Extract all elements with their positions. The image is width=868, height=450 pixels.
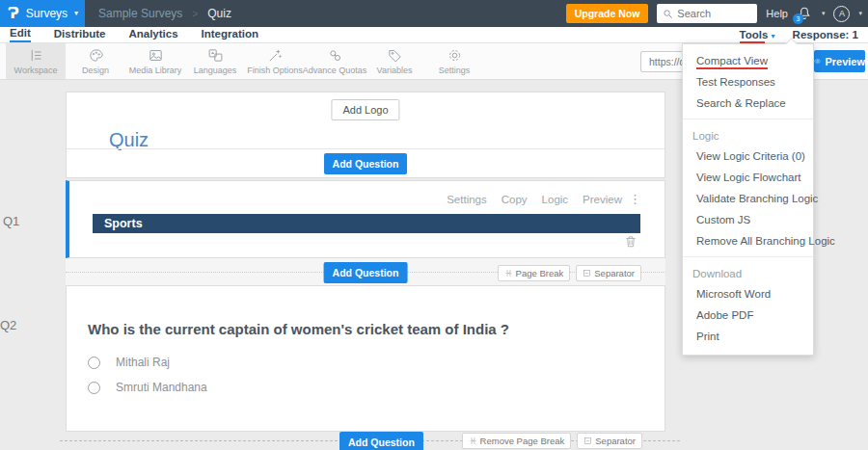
page-break-icon (469, 437, 477, 445)
separator-button[interactable]: Separator (576, 265, 641, 281)
question-text[interactable]: Who is the current captain of women's cr… (88, 321, 509, 337)
question-logic-link[interactable]: Logic (542, 194, 569, 205)
toolbar-item-advance-quotas[interactable]: Advance Quotas (305, 43, 365, 79)
toolbar-item-finish-options[interactable]: Finish Options (245, 43, 305, 79)
page-break-button[interactable]: Page Break (498, 265, 571, 281)
add-logo-button[interactable]: Add Logo (331, 99, 399, 120)
question-block-q2[interactable]: Who is the current captain of women's cr… (66, 285, 665, 432)
radio-button-icon[interactable] (88, 357, 100, 369)
add-question-button-top[interactable]: Add Question (324, 153, 408, 174)
translate-icon (207, 47, 224, 64)
menu-item-view-logic-criteria[interactable]: View Logic Criteria (0) (683, 146, 813, 167)
page-break-label: Page Break (516, 268, 564, 278)
separator-label: Separator (594, 268, 635, 278)
menu-item-compact-view[interactable]: Compact View (683, 50, 813, 71)
product-switcher: Surveys (26, 7, 68, 20)
menu-item-custom-js[interactable]: Custom JS (683, 209, 813, 230)
toolbar-item-label: Finish Options (247, 66, 303, 75)
menu-item-adobe-pdf[interactable]: Adobe PDF (683, 304, 813, 326)
breadcrumb-parent[interactable]: Sample Surveys (98, 7, 182, 20)
add-question-button-bottom[interactable]: Add Question (339, 432, 423, 450)
tab-distribute[interactable]: Distribute (54, 28, 106, 41)
breadcrumb-separator: > (192, 9, 198, 19)
answer-option[interactable]: Mithali Raj (88, 356, 170, 369)
question-number-q2: Q2 (0, 318, 16, 332)
workspace-icon (28, 47, 44, 64)
menu-divider (683, 119, 813, 119)
tab-analytics[interactable]: Analytics (128, 28, 177, 41)
upgrade-now-button[interactable]: Upgrade Now (566, 4, 649, 23)
section-tabbar: Edit Distribute Analytics Integration To… (0, 27, 868, 43)
chevron-down-icon: ▾ (772, 32, 775, 40)
tools-menu-button[interactable]: Tools ▾ (740, 29, 775, 40)
toolbar-item-label: Media Library (129, 66, 182, 75)
breadcrumb-current: Quiz (207, 7, 231, 20)
tag-icon (387, 47, 403, 64)
search-input[interactable] (677, 8, 745, 19)
avatar[interactable]: A (833, 6, 850, 22)
page-break-strip: Add Question Page Break Separator (66, 258, 665, 285)
bottom-page-break-strip: Add Question Remove Page Break Separator (0, 432, 868, 450)
menu-item-view-logic-flowchart[interactable]: View Logic Flowchart (683, 167, 813, 188)
menu-item-microsoft-word[interactable]: Microsoft Word (683, 283, 813, 304)
tab-integration[interactable]: Integration (202, 28, 258, 41)
chevron-down-icon[interactable]: ▾ (858, 10, 862, 17)
menu-item-validate-branching-logic[interactable]: Validate Branching Logic (683, 188, 813, 209)
question-copy-link[interactable]: Copy (502, 194, 528, 205)
answer-option[interactable]: Smruti Mandhana (88, 381, 207, 394)
question-settings-link[interactable]: Settings (447, 194, 487, 205)
toolbar-item-label: Settings (439, 66, 471, 75)
question-block-q1[interactable]: Settings Copy Logic Preview ⋮ Sports (66, 180, 665, 258)
page-break-icon (504, 269, 513, 278)
menu-item-remove-all-branching-logic[interactable]: Remove All Branching Logic (683, 230, 813, 251)
separator-label: Separator (595, 436, 636, 446)
app-logo[interactable]: Ɂ Surveys ▾ (0, 0, 85, 27)
toolbar-item-settings[interactable]: Settings (424, 43, 484, 79)
menu-divider (683, 256, 813, 257)
toolbar-item-workspace[interactable]: Workspace (6, 43, 66, 79)
question-number-q1: Q1 (3, 214, 19, 228)
toolbar-item-media-library[interactable]: Media Library (125, 43, 185, 79)
tools-label: Tools (740, 29, 769, 40)
question-group-header[interactable]: Sports (93, 214, 640, 233)
tools-dropdown-menu: Compact View Test Responses Search & Rep… (682, 43, 814, 356)
preview-button[interactable]: Preview (814, 50, 865, 72)
radio-button-icon[interactable] (88, 382, 100, 394)
chain-links-icon (327, 47, 343, 64)
add-question-button-middle[interactable]: Add Question (324, 262, 408, 283)
menu-section-logic: Logic (683, 124, 813, 146)
toolbar-item-label: Advance Quotas (303, 66, 367, 75)
kebab-menu-icon[interactable]: ⋮ (629, 192, 641, 206)
magic-wand-icon (267, 47, 284, 64)
menu-item-search-replace[interactable]: Search & Replace (683, 93, 813, 114)
toolbar-item-languages[interactable]: Languages (185, 43, 245, 79)
preview-label: Preview (825, 56, 865, 67)
remove-page-break-label: Remove Page Break (480, 436, 565, 446)
eye-icon (814, 55, 821, 67)
trash-icon (624, 234, 637, 249)
global-search[interactable] (657, 4, 757, 23)
menu-item-label: Compact View (696, 55, 768, 69)
notifications-bell[interactable]: 3 (797, 5, 813, 22)
answer-option-label: Smruti Mandhana (116, 381, 207, 394)
chevron-down-icon[interactable]: ▾ (822, 10, 826, 17)
menu-item-print[interactable]: Print (683, 326, 813, 347)
remove-page-break-button[interactable]: Remove Page Break (462, 433, 572, 449)
survey-header-section: Add Logo Quiz Add Question (66, 92, 665, 178)
brand-logo-icon: Ɂ (8, 7, 19, 21)
tab-edit[interactable]: Edit (10, 27, 31, 42)
menu-item-test-responses[interactable]: Test Responses (683, 71, 813, 93)
palette-icon (88, 47, 104, 64)
search-icon (663, 9, 673, 19)
toolbar-item-label: Variables (377, 66, 413, 75)
add-question-strip-top: Add Question (67, 148, 665, 177)
chevron-down-icon: ▾ (74, 10, 78, 17)
separator-icon (583, 437, 592, 445)
toolbar-item-design[interactable]: Design (66, 43, 125, 79)
delete-question-button[interactable] (624, 234, 637, 251)
question-preview-link[interactable]: Preview (583, 194, 622, 205)
separator-button[interactable]: Separator (577, 433, 642, 449)
top-header: Ɂ Surveys ▾ Sample Surveys > Quiz Upgrad… (0, 0, 868, 27)
help-link[interactable]: Help (766, 8, 788, 19)
toolbar-item-variables[interactable]: Variables (365, 43, 424, 79)
